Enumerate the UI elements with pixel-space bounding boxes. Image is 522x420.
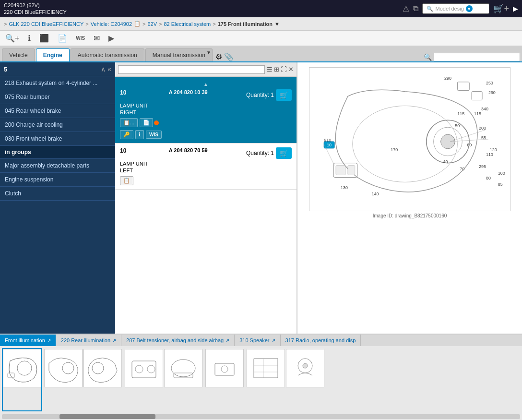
- scroll-up[interactable]: ▲: [120, 81, 292, 87]
- breadcrumb-vehicle[interactable]: Vehicle: C204902: [91, 21, 132, 27]
- thumb-group-3[interactable]: [124, 348, 203, 411]
- part-1-info-icon[interactable]: ℹ: [135, 130, 144, 139]
- sidebar: 5 ∧ « 218 Exhaust system on 4-cylinder .…: [0, 62, 115, 334]
- sidebar-collapse-icon[interactable]: ∧: [101, 65, 106, 73]
- breadcrumb-glk[interactable]: GLK 220 CDI BlueEFFICIENCY: [9, 21, 83, 27]
- wis-icon[interactable]: WIS: [72, 34, 88, 43]
- parts-search-input[interactable]: [118, 65, 265, 74]
- filter-icon[interactable]: ⬛: [36, 32, 52, 45]
- svg-point-4: [441, 134, 455, 149]
- tab-vehicle[interactable]: Vehicle: [2, 48, 35, 61]
- tab-extra-icons: ⚙ 📎: [215, 52, 234, 61]
- svg-text:80: 80: [486, 176, 491, 180]
- grid-icon[interactable]: ⊞: [274, 66, 279, 73]
- thumbnail-strip: Front illumination ↗ 220 Rear illuminati…: [0, 334, 522, 420]
- tab-automatic[interactable]: Automatic transmission: [71, 48, 144, 61]
- svg-rect-37: [5, 351, 39, 385]
- sidebar-minimize-icon[interactable]: «: [107, 65, 111, 73]
- list-icon[interactable]: ☰: [267, 66, 273, 73]
- part-2-cart-btn[interactable]: 🛒: [276, 147, 292, 159]
- info-icon[interactable]: ℹ: [24, 32, 34, 45]
- settings-icon[interactable]: ⚙: [215, 52, 222, 61]
- thumb-img-2a[interactable]: [44, 349, 83, 387]
- sidebar-item-major[interactable]: Major assembly detachable parts: [0, 159, 115, 173]
- diagram-image[interactable]: 290 250 260 340 170 115 115 200 55 910 5…: [309, 67, 510, 211]
- document-icon[interactable]: 📄: [54, 32, 71, 45]
- sidebar-item-030[interactable]: 030 Front wheel brake: [0, 132, 115, 146]
- thumb-img-2b[interactable]: [83, 349, 122, 387]
- scrollbar-thumb[interactable]: [59, 414, 155, 419]
- menu-icon[interactable]: ▶: [513, 5, 518, 12]
- sidebar-item-075[interactable]: 075 Rear bumper: [0, 90, 115, 104]
- thumb-group-4[interactable]: [204, 348, 245, 411]
- tab-manual-dropdown[interactable]: ▼: [206, 50, 211, 55]
- thumb-group-5[interactable]: [246, 348, 325, 411]
- part-1-action-icons: 🔑 ℹ WIS: [120, 130, 292, 139]
- breadcrumb-dropdown-icon[interactable]: ▼: [274, 21, 280, 27]
- part-1-desc2: RIGHT: [120, 109, 292, 115]
- part-1-key-icon[interactable]: 🔑: [120, 130, 133, 139]
- thumb-label-287-text: 287 Belt tensioner, airbag and side airb…: [126, 337, 224, 343]
- arrow-right-icon[interactable]: ▶: [105, 32, 118, 45]
- part-item-2[interactable]: 10 A 204 820 70 59 Quantity: 1 🛒 LAMP UN…: [115, 144, 297, 190]
- thumb-label-310[interactable]: 310 Speaker ↗: [235, 335, 280, 346]
- sidebar-item-218[interactable]: 218 Exhaust system on 4-cylinder ...: [0, 76, 115, 90]
- tab-manual[interactable]: Manual transmission ▼: [145, 48, 213, 61]
- thumb-label-317[interactable]: 317 Radio, operating and disp: [281, 335, 361, 346]
- svg-text:100: 100: [498, 171, 505, 176]
- sidebar-item-045[interactable]: 045 Rear wheel brake: [0, 104, 115, 118]
- part-2-pos: 10: [120, 147, 126, 154]
- thumb-label-front[interactable]: Front illumination ↗: [0, 335, 56, 346]
- close-panel-icon[interactable]: ✕: [288, 66, 294, 73]
- part-1-desc1: LAMP UNIT: [120, 103, 292, 108]
- tab-search-input[interactable]: [434, 53, 520, 61]
- tab-engine[interactable]: Engine: [36, 48, 70, 61]
- vehicle-name: 220 CDI BlueEFFICIENCY: [4, 9, 67, 15]
- breadcrumb-front-illumination[interactable]: 175 Front illumination: [218, 21, 273, 27]
- thumb-label-310-text: 310 Speaker: [239, 337, 269, 343]
- breadcrumb-copy-icon[interactable]: 📋: [134, 21, 141, 27]
- thumb-img-3a[interactable]: [125, 349, 163, 387]
- sidebar-item-clutch[interactable]: Clutch: [0, 187, 115, 201]
- part-1-wis-icon[interactable]: WIS: [146, 131, 162, 139]
- thumb-img-3b[interactable]: [164, 349, 202, 387]
- part-1-cart-btn[interactable]: 🛒: [276, 89, 292, 101]
- part-1-icons: 📋... 📄: [120, 118, 292, 127]
- svg-text:140: 140: [372, 192, 379, 196]
- content-wrapper: 5 ∧ « 218 Exhaust system on 4-cylinder .…: [0, 62, 522, 420]
- search-icon-tab[interactable]: 🔍: [424, 53, 432, 61]
- breadcrumb-electrical[interactable]: 82 Electrical system: [164, 21, 211, 27]
- thumb-label-287[interactable]: 287 Belt tensioner, airbag and side airb…: [121, 335, 235, 346]
- part-item-1[interactable]: ▲ 10 A 204 820 10 39 Quantity: 1 🛒 LAMP …: [115, 77, 297, 144]
- copy-icon[interactable]: ⧉: [413, 4, 418, 13]
- warning-icon[interactable]: ⚠: [403, 4, 409, 13]
- zoom-in-icon[interactable]: 🔍+: [2, 32, 23, 45]
- cart-icon[interactable]: 🛒+: [493, 3, 509, 14]
- part-1-code: A 204 820 10 39: [169, 89, 208, 95]
- thumb-img-5a[interactable]: [247, 349, 285, 387]
- thumb-img-5b[interactable]: [286, 349, 324, 387]
- search-box-top[interactable]: 🔍 Model desig ●: [422, 3, 489, 14]
- part-2-table-icon[interactable]: 📋: [120, 176, 133, 185]
- vehicle-info: C204902 (62V) 220 CDI BlueEFFICIENCY: [4, 2, 67, 16]
- sidebar-item-engine-suspension[interactable]: Engine suspension: [0, 173, 115, 187]
- sidebar-section-in-groups: in groups: [0, 146, 115, 159]
- part-1-table-icon[interactable]: 📋...: [120, 118, 138, 127]
- thumb-img-4a[interactable]: [205, 349, 244, 387]
- expand-icon[interactable]: ⛶: [281, 66, 287, 73]
- part-1-qty-label: Quantity: 1: [246, 92, 274, 98]
- thumb-group-2[interactable]: [43, 348, 123, 411]
- email-icon[interactable]: ✉: [90, 32, 103, 45]
- horizontal-scrollbar[interactable]: [2, 414, 520, 419]
- part-2-desc1: LAMP UNIT: [120, 161, 292, 167]
- sidebar-item-200[interactable]: 200 Charge air cooling: [0, 118, 115, 132]
- part-2-qty-label: Quantity: 1: [246, 150, 274, 156]
- part-1-doc-icon[interactable]: 📄: [140, 118, 153, 127]
- thumb-label-220[interactable]: 220 Rear illumination ↗: [56, 335, 121, 346]
- thumb-img-1a[interactable]: [3, 349, 41, 387]
- part-item-2-row1: 10 A 204 820 70 59 Quantity: 1 🛒: [120, 147, 292, 159]
- notification-dot: [154, 120, 159, 125]
- thumb-group-1[interactable]: [2, 348, 42, 411]
- breadcrumb-62v[interactable]: 62V: [147, 21, 157, 27]
- clip-icon[interactable]: 📎: [224, 52, 234, 61]
